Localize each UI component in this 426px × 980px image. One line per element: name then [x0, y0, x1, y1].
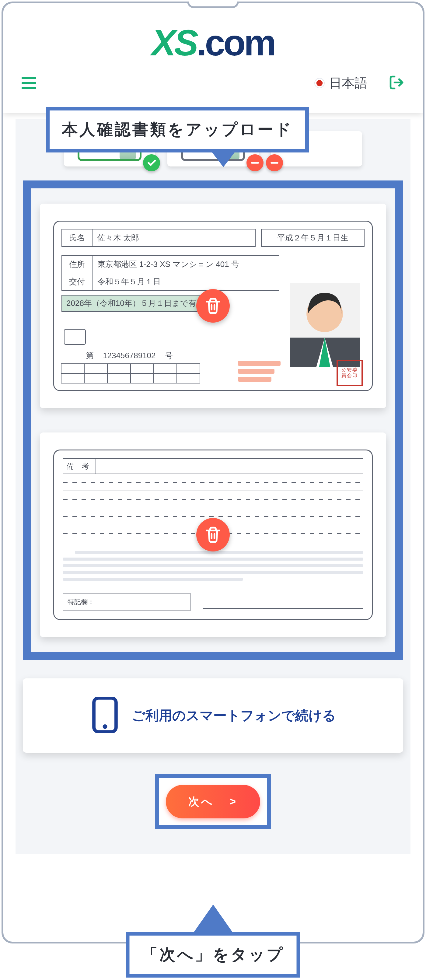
callout-upload: 本人確認書類をアップロード: [46, 107, 309, 153]
upload-slot-front: 氏名 佐々木 太郎 平成２年５月１日生 住所 東京都港区 1-2-3 XS マン…: [40, 204, 386, 408]
id-license-number: 123456789102: [103, 351, 156, 360]
id-no-suffix: 号: [165, 350, 173, 361]
logo-dotcom: .com: [197, 22, 275, 64]
next-button-label: 次へ: [188, 794, 214, 809]
id-issued-value: 令和５年５月１日: [92, 273, 279, 290]
smartphone-icon: [91, 697, 119, 734]
device-frame: XS.com 日本語: [2, 2, 424, 943]
id-issued-label: 交付: [62, 273, 92, 290]
id-validity: 2028年（令和10年）５月１日まで有効: [62, 295, 220, 312]
chevron-right-icon: >: [229, 795, 238, 808]
logo-xs: XS: [151, 22, 197, 64]
id-name-value: 佐々木 太郎: [92, 229, 255, 246]
language-selector[interactable]: 日本語: [314, 75, 367, 92]
delete-back-button[interactable]: [196, 518, 230, 552]
device-notch: [187, 2, 239, 8]
minus-icon: [246, 154, 264, 171]
checkmark-icon: [143, 154, 160, 171]
upload-panel: 氏名 佐々木 太郎 平成２年５月１日生 住所 東京都港区 1-2-3 XS マン…: [23, 180, 403, 660]
id-dob-value: 平成２年５月１日生: [261, 229, 364, 247]
flag-jp-icon: [314, 78, 325, 88]
svg-point-4: [103, 724, 107, 729]
id-back-remarks-label: 備 考: [63, 458, 96, 474]
id-seal: 公安委員会印: [337, 360, 363, 386]
id-addr-value: 東京都港区 1-2-3 XS マンション 401 号: [92, 256, 279, 273]
continue-on-phone-label: ご利用のスマートフォンで続ける: [132, 707, 336, 725]
upload-slot-back: 備 考 特記欄：: [40, 433, 386, 637]
id-no-prefix: 第: [86, 350, 94, 361]
language-label: 日本語: [329, 75, 367, 92]
logout-button[interactable]: [389, 75, 404, 92]
id-photo-decor: [238, 361, 281, 382]
id-name-label: 氏名: [62, 229, 92, 246]
content-area: 氏名 佐々木 太郎 平成２年５月１日生 住所 東京都港区 1-2-3 XS マン…: [16, 119, 410, 854]
menu-button[interactable]: [22, 77, 36, 89]
id-addr-label: 住所: [62, 256, 92, 273]
delete-front-button[interactable]: [196, 289, 230, 323]
id-back-special-label: 特記欄：: [63, 593, 191, 611]
callout-next-wrap: 「次へ」をタップ: [126, 932, 300, 978]
next-button-highlight: 次へ >: [155, 774, 271, 829]
continue-on-phone-card[interactable]: ご利用のスマートフォンで続ける: [23, 678, 403, 752]
minus-icon: [266, 154, 283, 171]
app-header: XS.com 日本語: [3, 3, 423, 113]
callout-upload-wrap: 本人確認書類をアップロード: [46, 107, 309, 153]
id-back-paragraph: [63, 551, 363, 581]
brand-logo: XS.com: [3, 3, 423, 64]
next-button[interactable]: 次へ >: [166, 785, 260, 818]
callout-tap-next: 「次へ」をタップ: [126, 932, 300, 978]
